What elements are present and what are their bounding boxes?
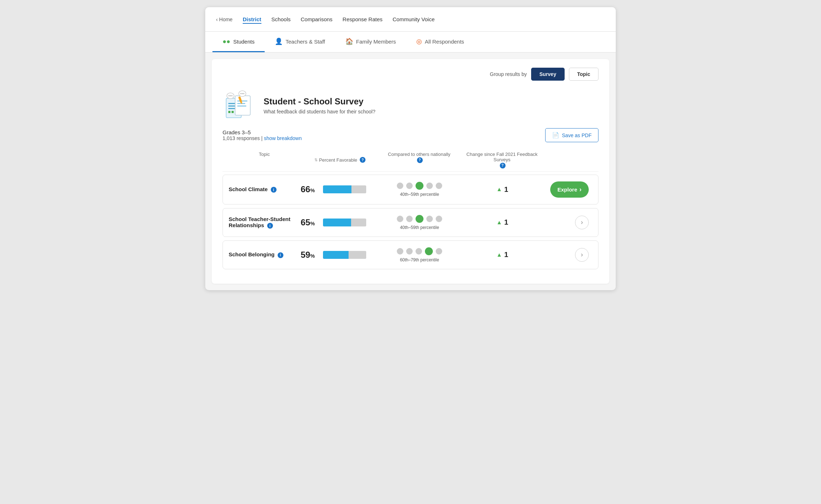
nav-item-community-voice[interactable]: Community Voice <box>392 15 435 24</box>
group-results-bar: Group results by Survey Topic <box>223 68 598 81</box>
survey-title: Student - School Survey <box>264 96 376 107</box>
percent-cell: 66% <box>301 184 380 194</box>
topic-row: School Belonging i 59% 60th–79th percent… <box>223 240 598 269</box>
change-arrow-up-icon: ▲ <box>497 219 502 226</box>
survey-meta: Grades 3–5 1,013 responses | show breakd… <box>223 128 598 142</box>
dots-row <box>397 182 442 190</box>
percent-favorable-label: Percent Favorable <box>319 157 357 163</box>
compared-help-icon: ? <box>417 157 423 163</box>
tab-teachers[interactable]: 👤 Teachers & Staff <box>265 32 335 52</box>
info-icon: i <box>271 187 277 193</box>
svg-rect-5 <box>232 111 234 113</box>
survey-info: Student - School Survey What feedback di… <box>264 96 376 114</box>
topics-container: School Climate i 66% 40th–59th percentil… <box>223 175 598 269</box>
change-arrow-up-icon: ▲ <box>497 186 502 193</box>
dots-row <box>397 215 442 223</box>
group-by-survey-button[interactable]: Survey <box>531 68 565 81</box>
percent-value: 59% <box>301 250 319 260</box>
show-breakdown-link[interactable]: show breakdown <box>264 135 302 141</box>
main-content: Group results by Survey Topic <box>212 59 609 284</box>
header-action <box>545 152 588 168</box>
progress-bar-fill <box>323 219 351 226</box>
percentile-dot-2 <box>416 215 423 223</box>
header-change: Change since Fall 2021 Feedback Surveys … <box>459 152 545 168</box>
percentile-dot-3 <box>426 216 433 222</box>
svg-point-17 <box>242 93 243 94</box>
all-respondents-icon: ◎ <box>416 37 422 45</box>
survey-header: Student - School Survey What feedback di… <box>223 89 598 122</box>
percentile-cell: 40th–59th percentile <box>380 182 459 197</box>
tab-all-label: All Respondents <box>425 39 464 45</box>
percent-cell: 59% <box>301 250 380 260</box>
teachers-icon: 👤 <box>275 37 283 45</box>
percentile-dot-2 <box>416 182 423 190</box>
info-icon: i <box>267 223 273 229</box>
change-cell: ▲ 1 <box>459 185 546 194</box>
explore-col: Explore <box>546 181 589 198</box>
change-value: 1 <box>504 218 508 226</box>
nav-item-response-rates[interactable]: Response Rates <box>342 15 382 24</box>
percentile-dot-3 <box>426 183 433 189</box>
percentile-dot-4 <box>436 183 442 189</box>
explore-button[interactable]: Explore <box>550 181 589 198</box>
grades-text: Grades 3–5 <box>223 129 302 135</box>
svg-point-16 <box>241 93 242 94</box>
header-compared: Compared to others nationally ? <box>380 152 459 168</box>
percentile-dot-0 <box>397 183 403 189</box>
tab-family[interactable]: 🏠 Family Members <box>335 32 406 52</box>
progress-bar <box>323 251 366 259</box>
info-icon: i <box>278 252 283 258</box>
topic-name: School Teacher-Student Relationships i <box>229 216 301 229</box>
tab-students[interactable]: ●● Students <box>212 32 265 52</box>
percentile-dot-4 <box>436 248 442 255</box>
nav-item-schools[interactable]: Schools <box>272 15 291 24</box>
percentile-dot-0 <box>397 248 403 255</box>
family-icon: 🏠 <box>345 37 353 45</box>
next-button[interactable]: › <box>575 216 589 229</box>
progress-bar-fill <box>323 251 349 259</box>
dots-row <box>397 247 442 255</box>
header-percent-favorable[interactable]: ⇅ Percent Favorable ? <box>300 152 380 168</box>
responses-text: 1,013 responses | show breakdown <box>223 135 302 141</box>
tab-all-respondents[interactable]: ◎ All Respondents <box>406 32 474 52</box>
topic-row: School Teacher-Student Relationships i 6… <box>223 208 598 237</box>
students-icon: ●● <box>223 38 230 45</box>
percent-value: 65% <box>301 217 319 228</box>
svg-point-13 <box>230 95 231 96</box>
change-arrow-up-icon: ▲ <box>497 252 502 258</box>
percentile-dot-0 <box>397 216 403 222</box>
survey-icon <box>223 89 255 122</box>
percentile-label: 40th–59th percentile <box>400 225 439 230</box>
percentile-dot-2 <box>416 248 422 255</box>
nav-item-district[interactable]: District <box>243 15 261 24</box>
svg-point-14 <box>232 95 233 96</box>
table-headers: Topic ⇅ Percent Favorable ? Compared to … <box>223 149 598 172</box>
percent-help-icon: ? <box>360 157 365 163</box>
survey-grades-responses: Grades 3–5 1,013 responses | show breakd… <box>223 129 302 141</box>
percent-cell: 65% <box>301 217 380 228</box>
response-count: 1,013 <box>223 135 235 141</box>
percentile-cell: 60th–79th percentile <box>380 247 459 262</box>
tab-students-label: Students <box>233 39 255 45</box>
svg-point-12 <box>229 95 230 96</box>
percentile-dot-3 <box>425 247 433 255</box>
percentile-label: 60th–79th percentile <box>400 257 439 262</box>
tab-teachers-label: Teachers & Staff <box>286 39 325 45</box>
svg-rect-4 <box>228 111 230 113</box>
svg-rect-10 <box>237 105 246 107</box>
explore-col: › <box>546 216 589 229</box>
percentile-dot-1 <box>406 183 413 189</box>
nav-item-comparisons[interactable]: Comparisons <box>301 15 332 24</box>
pdf-icon: 📄 <box>552 132 559 139</box>
group-by-topic-button[interactable]: Topic <box>569 68 598 81</box>
tab-family-label: Family Members <box>356 39 396 45</box>
svg-point-18 <box>243 93 244 94</box>
change-cell: ▲ 1 <box>459 251 546 259</box>
percent-value: 66% <box>301 184 319 194</box>
nav-home[interactable]: Home <box>216 15 233 24</box>
progress-bar-fill <box>323 185 351 193</box>
next-button[interactable]: › <box>575 248 589 262</box>
group-results-label: Group results by <box>490 71 527 77</box>
topic-row: School Climate i 66% 40th–59th percentil… <box>223 175 598 204</box>
save-pdf-button[interactable]: 📄 Save as PDF <box>545 128 598 142</box>
